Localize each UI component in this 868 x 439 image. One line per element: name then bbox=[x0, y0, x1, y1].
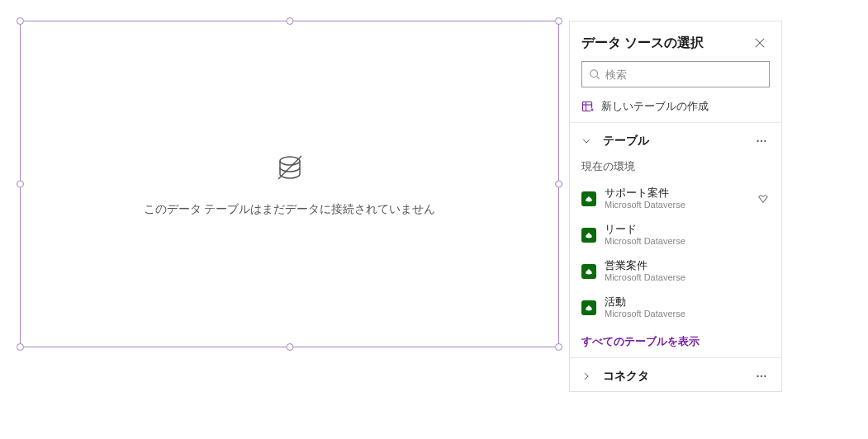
search-box[interactable] bbox=[581, 61, 770, 87]
panel-title: データ ソースの選択 bbox=[581, 35, 704, 52]
close-button[interactable] bbox=[750, 33, 770, 53]
show-all-tables-link[interactable]: すべてのテーブルを表示 bbox=[570, 326, 781, 357]
resize-handle-bottom-middle[interactable] bbox=[286, 343, 293, 351]
environment-label: 現在の環境 bbox=[570, 158, 781, 181]
resize-handle-top-middle[interactable] bbox=[286, 17, 293, 25]
table-item-title: リード bbox=[605, 223, 770, 236]
table-item-source: Microsoft Dataverse bbox=[605, 200, 748, 211]
resize-handle-bottom-left[interactable] bbox=[17, 343, 24, 351]
database-disconnected-icon bbox=[273, 151, 306, 184]
empty-state-text: このデータ テーブルはまだデータに接続されていません bbox=[144, 202, 436, 217]
table-item-source: Microsoft Dataverse bbox=[605, 309, 770, 320]
table-item-opportunity[interactable]: 営業案件 Microsoft Dataverse bbox=[570, 253, 781, 290]
table-item-source: Microsoft Dataverse bbox=[605, 272, 770, 284]
create-table-label: 新しいテーブルの作成 bbox=[601, 99, 709, 114]
table-item-title: 営業案件 bbox=[605, 259, 770, 272]
svg-line-5 bbox=[597, 77, 600, 79]
search-input[interactable] bbox=[605, 68, 762, 81]
table-item-title: サポート案件 bbox=[605, 186, 748, 200]
close-icon bbox=[754, 37, 766, 49]
table-item-lead[interactable]: リード Microsoft Dataverse bbox=[570, 217, 781, 253]
create-table-icon bbox=[581, 100, 595, 113]
tables-list: サポート案件 Microsoft Dataverse リード Microsoft… bbox=[570, 181, 781, 326]
create-table-button[interactable]: 新しいテーブルの作成 bbox=[570, 96, 781, 122]
chevron-right-icon bbox=[581, 371, 591, 381]
svg-point-4 bbox=[591, 70, 598, 78]
resize-handle-bottom-right[interactable] bbox=[555, 343, 562, 351]
resize-handle-middle-left[interactable] bbox=[17, 181, 24, 188]
connectors-group-label: コネクタ bbox=[603, 369, 649, 384]
ellipsis-icon bbox=[756, 135, 767, 147]
resize-handle-top-left[interactable] bbox=[17, 17, 24, 25]
premium-icon bbox=[757, 192, 770, 205]
connectors-group-header[interactable]: コネクタ bbox=[570, 358, 781, 393]
tables-group-label: テーブル bbox=[603, 134, 649, 149]
svg-point-14 bbox=[764, 140, 766, 142]
svg-point-13 bbox=[761, 140, 762, 142]
search-icon bbox=[589, 68, 600, 80]
svg-point-16 bbox=[761, 375, 762, 377]
table-item-source: Microsoft Dataverse bbox=[605, 236, 770, 248]
svg-point-17 bbox=[764, 375, 766, 377]
table-item-support-case[interactable]: サポート案件 Microsoft Dataverse bbox=[570, 181, 781, 217]
tables-group-header[interactable]: テーブル bbox=[570, 123, 781, 158]
resize-handle-middle-right[interactable] bbox=[555, 181, 562, 188]
ellipsis-icon bbox=[756, 371, 767, 382]
canvas-datatable[interactable]: このデータ テーブルはまだデータに接続されていません bbox=[20, 21, 559, 347]
dataverse-icon bbox=[581, 191, 596, 206]
dataverse-icon bbox=[581, 300, 596, 315]
table-item-title: 活動 bbox=[605, 295, 770, 309]
svg-line-1 bbox=[278, 156, 301, 179]
resize-handle-top-right[interactable] bbox=[555, 17, 562, 25]
table-item-activity[interactable]: 活動 Microsoft Dataverse bbox=[570, 290, 781, 326]
dataverse-icon bbox=[581, 264, 596, 279]
connectors-more-button[interactable] bbox=[753, 368, 770, 385]
chevron-down-icon bbox=[581, 136, 591, 146]
svg-point-15 bbox=[757, 375, 758, 377]
dataverse-icon bbox=[581, 228, 596, 243]
datasource-panel: データ ソースの選択 新しいテーブルの作成 bbox=[569, 21, 782, 392]
panel-header: データ ソースの選択 bbox=[570, 21, 781, 61]
tables-more-button[interactable] bbox=[753, 133, 770, 149]
search-container bbox=[570, 61, 781, 96]
svg-point-12 bbox=[757, 140, 758, 142]
